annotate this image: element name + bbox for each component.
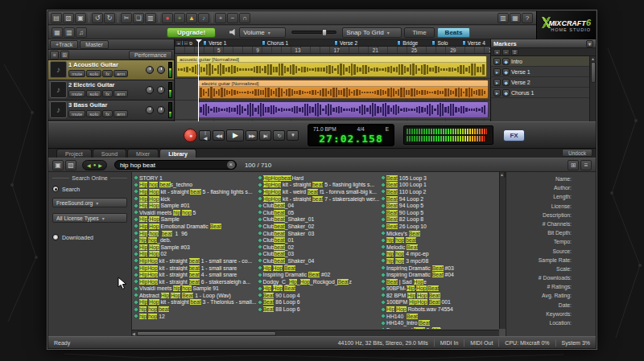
open-project-icon[interactable]: ▧ [63,13,74,23]
library-item[interactable]: hip hop 3 mpc/08 [382,257,506,265]
library-item[interactable]: Hip Hop 02 [134,251,258,258]
library-item[interactable]: Hip Hop Beat [258,265,382,272]
track-header-bass-guitar[interactable]: ♪ 3 Bass Guitar mute solo fx arm [48,101,174,121]
add-track-icon[interactable]: + [174,13,185,23]
go-to-start-button[interactable]: |◀ [199,130,211,141]
pan-knob[interactable] [157,86,165,94]
marker-play-icon[interactable]: ▸ [493,58,501,65]
timeline-marker[interactable]: Verse 2 [334,39,357,47]
library-item[interactable]: Vivaldi meets hip hop Sample 91 [134,285,258,293]
search-radio-icon[interactable] [52,186,59,192]
library-item[interactable]: hip hop beat [382,236,506,244]
details-view-icon[interactable]: ≡ [580,160,592,170]
help-icon[interactable]: ? [522,13,533,23]
undock-button[interactable]: Undock [562,149,592,157]
solo-button[interactable]: solo [86,70,101,77]
library-item[interactable]: Beat 94 Loop 5 [382,202,506,209]
undo-icon[interactable]: ↺ [92,13,103,23]
piano-roll-icon[interactable]: ▦ [510,13,521,23]
track-header-electric-guitar[interactable]: ♪ 2 Electric Guitar mute solo fx arm [48,80,174,101]
library-item[interactable]: Clubbeat_03 [258,251,382,258]
arm-button[interactable]: arm [114,110,128,117]
library-item[interactable]: Inspiring Dramatic Beat #02 [258,271,382,278]
volume-knob[interactable] [146,106,154,114]
clear-search-icon[interactable]: × [227,161,235,169]
library-item[interactable]: Vivaldi meets hip hop 5 [134,209,258,216]
mute-button[interactable]: mute [68,70,85,77]
edit-marker-icon[interactable]: ≡ [511,49,518,55]
record-button[interactable]: ● [184,129,197,142]
library-item[interactable]: HipHop kit - straight beat 1 - small sna… [134,265,258,272]
master-volume-slider[interactable] [291,31,336,34]
cut-icon[interactable]: ✂ [121,13,132,23]
library-item[interactable]: Beat 105 Loop 3 [382,174,506,182]
library-item[interactable]: Beat 82 Loop 8 [382,216,506,224]
library-item[interactable]: Clubbeat_01 [258,236,382,244]
snap-magnet-icon[interactable]: ∩ [239,13,250,23]
source-dropdown[interactable]: FreeSound.org [52,198,127,207]
timeline-marker[interactable]: Chorus 1 [262,39,288,47]
save-project-icon[interactable]: ▣ [75,13,86,23]
marker-row[interactable]: ▸◆Verse 1 [491,67,589,77]
marker-row[interactable]: ▸◆Intro [491,56,589,67]
paste-icon[interactable]: ▥ [145,13,156,23]
delete-marker-icon[interactable]: − [502,49,510,55]
library-item[interactable]: Hip Hop Sample #01 [134,202,258,209]
tab-mixer[interactable]: Mixer [127,149,159,158]
library-item[interactable]: Clubbeat_05 [258,209,382,216]
notation-icon[interactable]: ♫ [76,27,87,38]
timeline-marker[interactable]: Solo [431,39,448,47]
library-item[interactable]: Dodgy_C_Hip_Hop_Rockgod_Beatz [258,278,382,285]
marker-row[interactable]: ▸◆Verse 2 [491,77,589,88]
clip-acoustic-guitar[interactable]: acoustic guitar [Normalized] [176,55,487,77]
copy-icon[interactable]: ❏ [133,13,144,23]
library-item[interactable]: Beat 110 Loop 2 [382,188,506,195]
metronome-icon[interactable]: ▲ [186,13,197,23]
marker-play-icon[interactable]: ▸ [493,68,501,76]
punch-in-out-button[interactable]: ▼ [287,130,299,141]
library-item[interactable]: Beat 86 Loop 6 [258,299,382,306]
playhead[interactable] [198,39,199,121]
library-item[interactable]: Clubbeat_Shaker_01 [258,216,382,224]
tab-sound[interactable]: Sound [93,149,126,158]
beats-mode-button[interactable]: Beats [437,27,471,38]
search-input[interactable] [114,160,237,170]
time-signature-display[interactable]: 4/4 [357,125,365,133]
library-item[interactable]: 90BPM-Hip-Hop Beat [382,285,506,293]
arm-button[interactable]: arm [114,70,128,77]
results-vertical-scrollbar[interactable]: ▲ [499,172,506,329]
library-item[interactable]: Beat 94 Loop 2 [382,195,506,203]
performance-panel-button[interactable]: Performance [129,51,172,59]
library-item[interactable]: HipHop kit - straight beat 4 - small sna… [134,271,258,278]
library-item[interactable]: Hip Hop Beat [258,285,382,293]
library-item[interactable]: Clubbeat_Shaker_03 [258,230,382,237]
library-item[interactable]: Clubbeat_02 [258,244,382,251]
track-tools-icon[interactable]: ≡ [50,51,59,59]
library-item[interactable]: HipHop kit - straight beat 5 - flashing … [258,182,382,189]
track-header-acoustic-guitar[interactable]: ♪ 1 Acoustic Guitar mute solo fx arm [48,60,174,80]
new-project-icon[interactable]: ▤ [51,13,62,23]
nav-back-icon[interactable]: ◀ [87,162,91,168]
loop-button[interactable]: ↻ [273,130,285,141]
license-dropdown[interactable]: All License Types [52,213,127,223]
timeline-zoom-in-icon[interactable]: + [175,40,182,46]
library-item[interactable]: Hip Hop kit - straight beat 3 - Theloniu… [134,299,258,306]
mute-button[interactable]: mute [68,90,85,97]
library-item[interactable]: HipHop kit - weird beat f1 - fonrva smal… [258,188,382,195]
downloaded-radio-row[interactable]: Downloaded [52,234,127,240]
fx-button[interactable]: fx [102,110,113,117]
add-track-button[interactable]: +Track [50,40,78,49]
grid-view-icon[interactable]: ⊞ [568,160,579,170]
arm-button[interactable]: arm [114,90,128,97]
library-item[interactable]: Mickey's Beat [382,230,506,237]
downloaded-radio-icon[interactable] [52,234,59,240]
library-item[interactable]: HipHop kit - straight beat 6 - stakersal… [134,278,258,285]
timeline-marker[interactable]: Bridge [397,39,418,47]
library-item[interactable]: Melodic Beat [382,244,506,251]
save-sound-icon[interactable]: ▣ [52,160,64,170]
markers-panel-menu-icon[interactable]: ▾ [586,40,593,47]
master-track-button[interactable]: Master [80,40,108,49]
zoom-out-icon[interactable]: − [227,13,238,23]
key-display[interactable]: E [386,125,389,133]
nav-forward-icon[interactable]: ▶ [98,162,102,168]
